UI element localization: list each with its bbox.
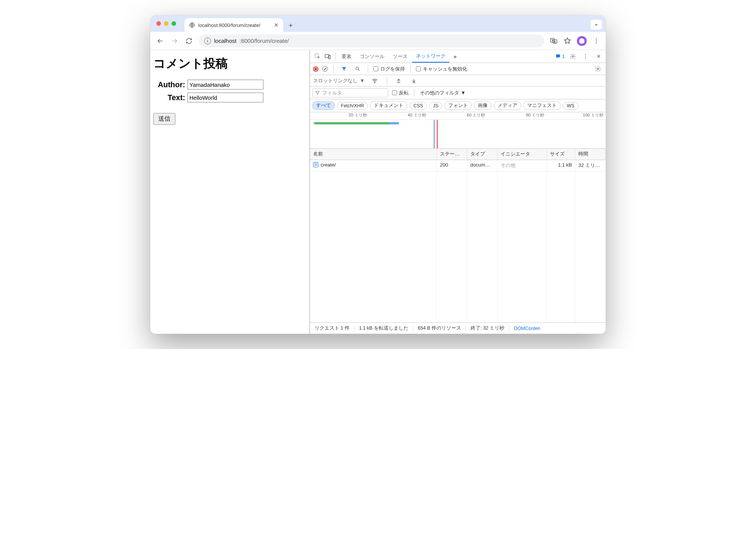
chip-ws[interactable]: WS [563,102,578,110]
issues-count: 1 [562,53,565,59]
chip-font[interactable]: フォント [444,101,472,110]
profile-avatar[interactable] [577,36,587,46]
tab-sources[interactable]: ソース [389,50,411,63]
svg-point-5 [596,42,597,43]
disable-cache-checkbox[interactable]: キャッシュを無効化 [416,66,467,72]
fullscreen-window-button[interactable] [172,21,176,26]
devtools-panel: 要素 コンソール ソース ネットワーク » 1 ✕ ログを保持 [310,50,606,334]
record-button[interactable] [313,66,318,72]
chevron-down-icon: ▼ [461,90,466,96]
type-filter-chips: すべて Fetch/XHR ドキュメント CSS JS フォント 画像 メディア… [310,99,606,112]
invert-input[interactable] [392,90,397,95]
waterfall-overview[interactable]: 20 ミリ秒 40 ミリ秒 60 ミリ秒 80 ミリ秒 100 ミリ秒 [310,112,606,149]
preserve-log-checkbox[interactable]: ログを保持 [373,66,405,72]
text-label: Text: [153,93,187,102]
tick: 60 ミリ秒 [428,112,488,119]
new-tab-button[interactable]: ＋ [285,20,296,30]
browser-window: localhost:8000/forum/create/ ✕ ＋ i local… [150,15,606,334]
tick: 20 ミリ秒 [310,112,369,119]
separator [414,89,414,97]
status-domcontentloaded[interactable]: DOMConten [509,326,545,331]
search-icon[interactable] [353,64,362,74]
chip-image[interactable]: 画像 [474,101,491,110]
throttling-select[interactable]: スロットリングなし ▼ [313,77,365,84]
page-content: コメント投稿 Author: Text: 送信 [150,50,310,334]
network-settings-icon[interactable] [593,64,603,74]
tab-network[interactable]: ネットワーク [412,50,449,63]
close-window-button[interactable] [156,21,161,26]
tab-title: localhost:8000/forum/create/ [198,22,260,28]
settings-icon[interactable] [568,52,578,61]
network-toolbar: ログを保持 キャッシュを無効化 [310,63,606,75]
separator [333,65,334,73]
close-devtools-icon[interactable]: ✕ [594,52,603,61]
more-tabs-icon[interactable]: » [450,52,460,61]
tick: 100 ミリ秒 [547,112,606,119]
col-type[interactable]: タイプ [467,149,498,160]
svg-point-15 [375,82,375,83]
chip-fetch-xhr[interactable]: Fetch/XHR [337,102,368,110]
back-button[interactable] [156,36,165,46]
chip-manifest[interactable]: マニフェスト [523,101,561,110]
browser-menu-icon[interactable] [592,37,600,45]
invert-label: 反転 [399,90,409,96]
author-input[interactable] [187,80,263,90]
tab-console[interactable]: コンソール [356,50,388,63]
separator [410,65,411,73]
minimize-window-button[interactable] [164,21,169,26]
browser-tab[interactable]: localhost:8000/forum/create/ ✕ [184,18,283,32]
chip-media[interactable]: メディア [494,101,521,110]
separator [335,53,335,60]
tick: 40 ミリ秒 [369,112,428,119]
upload-har-icon[interactable] [394,76,404,86]
chip-js[interactable]: JS [429,102,443,110]
devtools-menu-icon[interactable] [581,52,591,61]
device-toolbar-icon[interactable] [323,52,333,61]
preserve-log-input[interactable] [373,66,378,71]
submit-button[interactable]: 送信 [153,113,175,125]
globe-icon [189,22,195,28]
other-filters-dropdown[interactable]: その他のフィルタ▼ [420,90,466,96]
network-toolbar-right [593,64,603,74]
disable-cache-label: キャッシュを無効化 [423,66,467,72]
reload-button[interactable] [184,36,194,46]
col-name[interactable]: 名前 [310,149,437,160]
close-tab-icon[interactable]: ✕ [274,22,279,28]
download-har-icon[interactable] [409,76,419,86]
svg-rect-8 [329,55,331,59]
col-initiator[interactable]: イニシエータ [498,149,547,160]
svg-point-14 [597,68,598,69]
col-status[interactable]: ステー… [437,149,467,160]
status-requests: リクエスト 1 件 [310,325,354,332]
text-input[interactable] [187,93,263,102]
clear-button[interactable] [322,66,328,72]
table-row[interactable]: create/ 200 docum… その他 1.1 kB 32 ミリ… [310,160,606,171]
tabs-dropdown-button[interactable] [591,20,602,30]
disable-cache-input[interactable] [416,66,421,71]
bookmark-icon[interactable] [563,37,572,45]
chip-document[interactable]: ドキュメント [370,101,407,110]
site-info-icon[interactable]: i [204,38,211,44]
filter-input[interactable]: フィルタ [312,88,388,97]
invert-checkbox[interactable]: 反転 [392,90,409,96]
col-size[interactable]: サイズ [547,149,575,160]
url-host: localhost [214,38,236,44]
devtools-tabbar: 要素 コンソール ソース ネットワーク » 1 ✕ [310,50,606,63]
address-bar[interactable]: i localhost:8000/forum/create/ [199,35,544,47]
inspect-element-icon[interactable] [312,52,322,61]
table-body[interactable]: create/ 200 docum… その他 1.1 kB 32 ミリ… [310,160,606,322]
cell-size: 1.1 kB [547,160,575,171]
translate-icon[interactable] [550,37,558,45]
col-time[interactable]: 時間 [575,149,606,160]
table-header: 名前 ステー… タイプ イニシエータ サイズ 時間 [310,149,606,160]
tab-elements[interactable]: 要素 [338,50,355,63]
issues-button[interactable]: 1 [555,53,565,59]
filter-placeholder: フィルタ [322,90,342,96]
chip-css[interactable]: CSS [410,102,427,110]
forward-button[interactable] [170,36,179,46]
cell-name-text: create/ [321,162,336,168]
chevron-down-icon: ▼ [360,78,365,83]
network-conditions-icon[interactable] [370,76,380,86]
filter-toggle-icon[interactable] [339,64,349,74]
chip-all[interactable]: すべて [312,101,335,110]
